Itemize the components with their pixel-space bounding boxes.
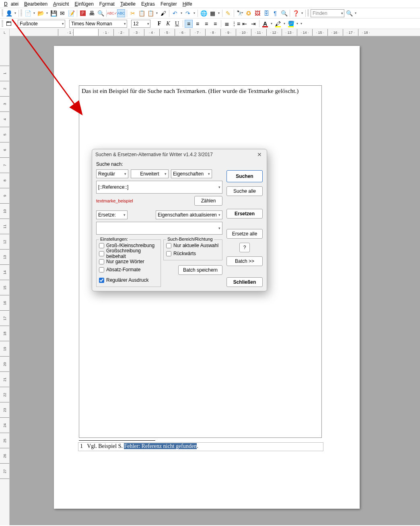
menu-edit[interactable]: Bearbeiten xyxy=(23,1,49,7)
menu-insert[interactable]: Einfügen xyxy=(73,1,95,7)
document-canvas[interactable]: Das ist ein Beispiel für die Suche nach … xyxy=(10,36,420,525)
chk-selection[interactable]: Nur aktuelle Auswahl xyxy=(166,241,220,250)
replace-all-button[interactable]: Ersetze alle xyxy=(226,229,263,239)
search-label: Suche nach: xyxy=(96,161,222,167)
dialog-title: Suchen & Ersetzen-Alternative für Writer… xyxy=(95,152,213,157)
open-icon[interactable]: 📂 xyxy=(37,9,45,17)
font-name-combo[interactable]: Times New Roman▾ xyxy=(69,20,127,28)
cut-icon[interactable]: ✂ xyxy=(129,9,137,17)
menu-window[interactable]: Fenster xyxy=(159,1,179,7)
numbered-list-icon[interactable]: ≣ xyxy=(223,20,231,28)
italic-icon[interactable]: K xyxy=(164,20,172,28)
regular-combo[interactable]: Regulär▾ xyxy=(96,169,128,178)
formatting-toolbar: 🗔 ▾ Fußnote▾ Times New Roman▾ 12▾ F K U … xyxy=(0,19,420,29)
update-props-combo[interactable]: Eigenschaften aktualisieren▾ xyxy=(156,210,222,219)
hyperlink-icon[interactable]: 🌐 xyxy=(200,9,208,17)
menu-format[interactable]: Format xyxy=(98,1,116,7)
bullet-list-icon[interactable]: ⋮≡ xyxy=(232,20,240,28)
align-right-icon[interactable]: ≡ xyxy=(202,20,210,28)
altsearch-icon[interactable]: 👤 xyxy=(5,9,13,17)
datasource-icon[interactable]: 🗄 xyxy=(262,9,270,17)
toolbar-grip[interactable] xyxy=(307,10,309,17)
chk-keepcase[interactable]: Großschreibung beibehalt xyxy=(99,250,158,258)
indent-dec-icon[interactable]: ⇤ xyxy=(241,20,249,28)
bgcolor-icon[interactable]: 🪣 xyxy=(287,20,295,28)
indent-inc-icon[interactable]: ⇥ xyxy=(249,20,257,28)
navigator-icon[interactable]: ✪ xyxy=(245,9,253,17)
zoom-icon[interactable]: 🔍 xyxy=(280,9,288,17)
settings-legend: Einstellungen: xyxy=(99,237,129,241)
dialog-titlebar[interactable]: Suchen & Ersetzen-Alternative für Writer… xyxy=(92,149,267,160)
standard-toolbar: 👤 ▾ 📄▾ 📂▾ 💾 ✉ 📝 🅿 🖶 🔍 ABC✓ ABC ✂ 📋 📋▾ 🖌 … xyxy=(0,8,420,19)
align-justify-icon[interactable]: ≡ xyxy=(211,20,219,28)
count-button[interactable]: Zählen xyxy=(194,196,222,206)
align-left-icon[interactable]: ≡ xyxy=(185,20,193,28)
help-icon[interactable]: ❓ xyxy=(292,9,300,17)
paste-icon[interactable]: 📋 xyxy=(146,9,154,17)
undo-icon[interactable]: ↶ xyxy=(171,9,179,17)
help-button[interactable]: ? xyxy=(239,243,250,252)
menu-extras[interactable]: Extras xyxy=(140,1,156,7)
batch-button[interactable]: Batch >> xyxy=(226,256,263,266)
search-button[interactable]: Suchen xyxy=(226,170,263,182)
replace-combo[interactable]: Ersetze:▾ xyxy=(96,210,128,219)
redo-icon[interactable]: ↷ xyxy=(184,9,192,17)
edit-doc-icon[interactable]: 📝 xyxy=(67,9,75,17)
properties-combo[interactable]: Eigenschaften▾ xyxy=(171,169,212,178)
font-color-icon[interactable]: A xyxy=(261,20,269,28)
draw-icon[interactable]: ✎ xyxy=(224,9,232,17)
close-button[interactable]: Schließen xyxy=(226,277,263,287)
vertical-ruler[interactable]: 123 456 789 101112 131415 161718 192021 … xyxy=(0,36,10,525)
dropdown-icon[interactable]: ▾ xyxy=(14,9,17,17)
preview-icon[interactable]: 🔍 xyxy=(97,9,105,17)
find-combo[interactable]: Finden ▾ xyxy=(311,9,344,17)
chk-paraformat[interactable]: Absatz-Formate xyxy=(99,266,158,274)
bold-icon[interactable]: F xyxy=(155,20,163,28)
dropdown-icon[interactable]: ▾ xyxy=(300,20,303,28)
find-replace-icon[interactable]: 🔭 xyxy=(236,9,244,17)
chk-backwards[interactable]: Rückwärts xyxy=(166,250,220,258)
email-icon[interactable]: ✉ xyxy=(58,9,66,17)
find-next-icon[interactable]: 🔍 xyxy=(345,9,353,17)
batch-save-button[interactable]: Batch speichern xyxy=(178,265,222,275)
search-input[interactable]: [::Reference::]▾ xyxy=(96,181,222,194)
gallery-icon[interactable]: 🖼 xyxy=(253,9,261,17)
dropdown-icon[interactable]: ▾ xyxy=(354,9,357,17)
menu-file[interactable]: Datei xyxy=(2,1,20,7)
nonprinting-icon[interactable]: ¶ xyxy=(271,9,279,17)
menu-view[interactable]: Ansicht xyxy=(51,1,70,7)
export-pdf-icon[interactable]: 🅿 xyxy=(79,9,87,17)
toolbar-grip[interactable] xyxy=(2,20,3,27)
footnote-frame[interactable]: 1 Vgl. Beispiel S. Fehler: Referenz nich… xyxy=(78,442,323,451)
autospell-icon[interactable]: ABC xyxy=(117,9,125,17)
print-icon[interactable]: 🖶 xyxy=(88,9,96,17)
body-text: Das ist ein Beispiel für die Suche nach … xyxy=(82,88,207,94)
font-size-combo[interactable]: 12▾ xyxy=(131,20,150,28)
replace-button[interactable]: Ersetzen xyxy=(226,209,263,219)
chk-regex[interactable]: Regulärer Ausdruck xyxy=(99,276,158,284)
extended-combo[interactable]: Erweitert▾ xyxy=(131,169,169,178)
align-center-icon[interactable]: ≡ xyxy=(194,20,202,28)
underline-icon[interactable]: U xyxy=(173,20,181,28)
search-all-button[interactable]: Suche alle xyxy=(226,186,263,196)
table-icon[interactable]: ▦ xyxy=(208,9,216,17)
new-doc-icon[interactable]: 📄 xyxy=(24,9,32,17)
dropdown-icon[interactable]: ▾ xyxy=(301,9,304,17)
toolbar-grip[interactable] xyxy=(21,10,22,17)
paragraph-style-combo[interactable]: Fußnote▾ xyxy=(18,20,65,28)
spellcheck-icon[interactable]: ABC✓ xyxy=(108,9,116,17)
horizontal-ruler[interactable]: · 1 · · 1 · · 2 · · 3 · · 4 · · 5 · · 6 … xyxy=(10,29,420,36)
styles-icon[interactable]: 🗔 xyxy=(5,20,13,28)
menu-table[interactable]: Tabelle xyxy=(119,1,137,7)
close-icon[interactable]: ✕ xyxy=(255,151,264,159)
format-paint-icon[interactable]: 🖌 xyxy=(159,9,167,17)
menu-help[interactable]: Hilfe xyxy=(181,1,194,7)
toolbar-grip[interactable] xyxy=(2,10,3,17)
save-icon[interactable]: 💾 xyxy=(49,9,58,17)
scope-fieldset: Such-Bereich/Richtung Nur aktuelle Auswa… xyxy=(163,239,222,260)
highlight-icon[interactable]: 🖍 xyxy=(274,20,282,28)
copy-icon[interactable]: 📋 xyxy=(138,9,146,17)
ruler-corner: L xyxy=(0,29,10,36)
menu-bar: Datei Bearbeiten Ansicht Einfügen Format… xyxy=(0,0,420,8)
replace-input[interactable]: ▾ xyxy=(96,222,222,235)
